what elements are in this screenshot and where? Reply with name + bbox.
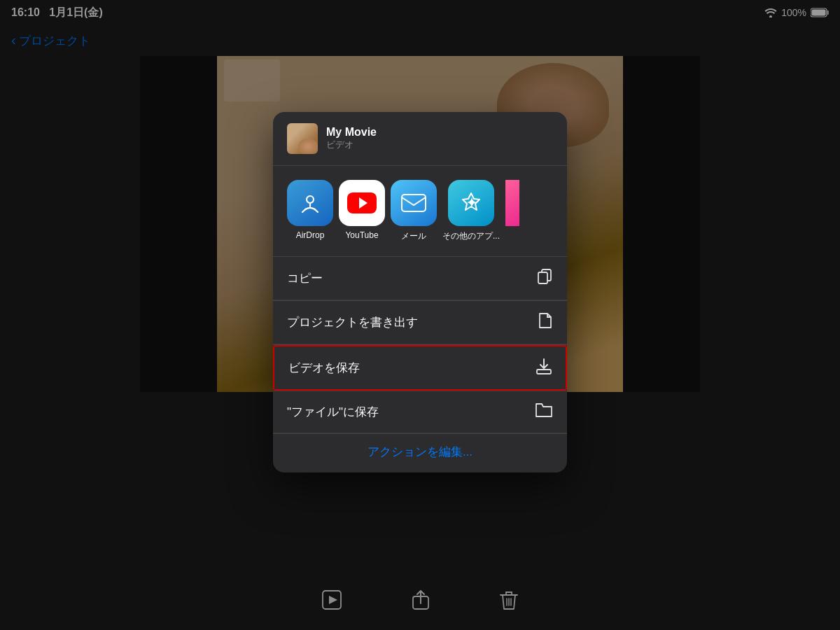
action-export-project[interactable]: プロジェクトを書き出す	[273, 301, 567, 344]
mail-symbol	[400, 193, 427, 213]
svg-point-3	[307, 196, 314, 203]
apps-row: AirDrop YouTube メール	[273, 166, 567, 256]
appstore-symbol: ✦	[458, 190, 484, 216]
thumb-dog	[298, 139, 318, 154]
movie-title: My Movie	[326, 126, 377, 139]
action-save-video[interactable]: ビデオを保存	[273, 345, 567, 391]
svg-rect-9	[537, 370, 551, 374]
app-item-youtube[interactable]: YouTube	[339, 180, 385, 242]
movie-thumbnail	[287, 123, 318, 154]
appstore-label: その他のアプ...	[442, 230, 500, 242]
svg-text:✦: ✦	[466, 196, 477, 210]
youtube-label: YouTube	[345, 230, 378, 240]
edit-actions-link[interactable]: アクションを編集...	[273, 434, 567, 472]
movie-subtitle: ビデオ	[326, 139, 377, 151]
app-item-airdrop[interactable]: AirDrop	[287, 180, 333, 242]
mail-icon	[391, 180, 437, 226]
action-copy[interactable]: コピー	[273, 257, 567, 300]
movie-info: My Movie ビデオ	[326, 126, 377, 151]
save-files-label: "ファイル"に保存	[287, 404, 379, 420]
svg-rect-8	[538, 272, 547, 284]
airdrop-label: AirDrop	[296, 230, 325, 240]
youtube-icon	[339, 180, 385, 226]
svg-rect-5	[402, 195, 426, 211]
save-video-icon	[536, 358, 552, 378]
share-sheet: My Movie ビデオ AirDrop	[273, 112, 567, 472]
yt-play-button	[347, 192, 377, 214]
copy-icon	[536, 268, 553, 288]
export-icon	[538, 312, 553, 332]
airdrop-icon	[287, 180, 333, 226]
app-item-mail[interactable]: メール	[391, 180, 437, 242]
save-files-icon	[535, 402, 553, 421]
airdrop-symbol	[297, 190, 323, 216]
copy-label: コピー	[287, 270, 323, 286]
app-item-more[interactable]	[505, 180, 519, 242]
app-item-appstore[interactable]: ✦ その他のアプ...	[442, 180, 500, 242]
action-save-files[interactable]: "ファイル"に保存	[273, 391, 567, 433]
yt-triangle	[359, 197, 368, 209]
more-app-icon	[505, 180, 519, 226]
export-label: プロジェクトを書き出す	[287, 314, 418, 330]
movie-header: My Movie ビデオ	[273, 112, 567, 166]
mail-label: メール	[401, 230, 426, 242]
appstore-icon: ✦	[448, 180, 494, 226]
save-video-label: ビデオを保存	[288, 360, 360, 376]
